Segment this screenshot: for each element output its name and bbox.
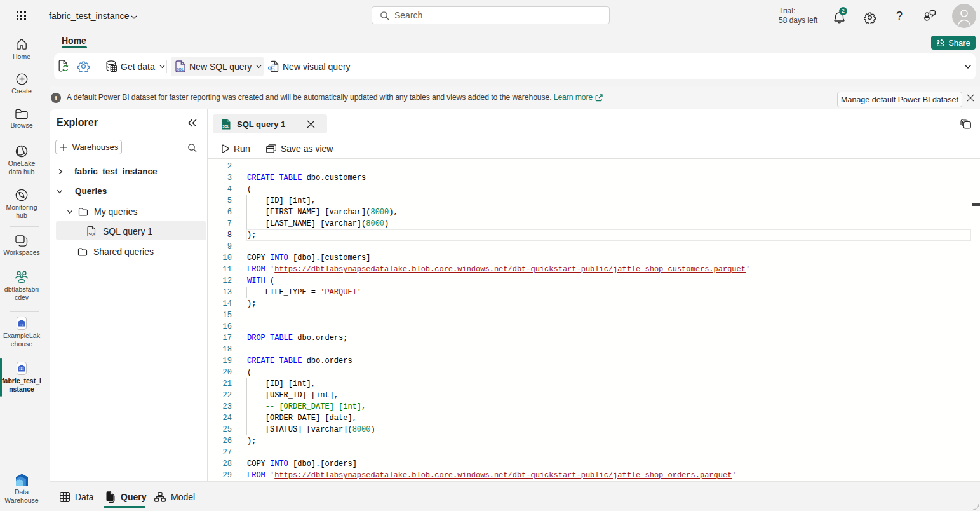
- svg-text:SQL: SQL: [89, 232, 97, 236]
- svg-text:SQL: SQL: [222, 125, 229, 128]
- svg-text:SQL: SQL: [177, 67, 184, 71]
